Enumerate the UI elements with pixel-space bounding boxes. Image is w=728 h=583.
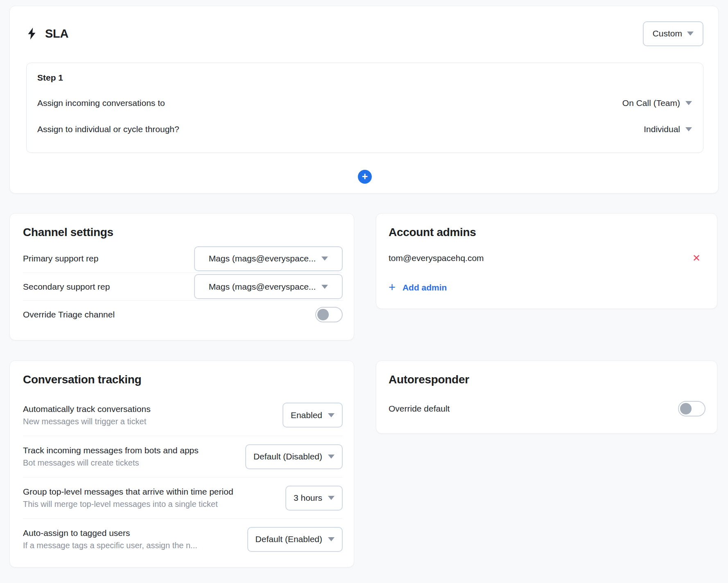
admin-email: tom@everyspacehq.com	[389, 253, 484, 263]
sla-preset-value: Custom	[653, 29, 682, 38]
account-admins-title: Account admins	[389, 226, 701, 239]
override-triage-toggle[interactable]	[315, 307, 343, 322]
assign-individual-row: Assign to individual or cycle through? I…	[37, 121, 692, 137]
admin-row: tom@everyspacehq.com ✕	[389, 250, 701, 267]
bot-messages-text: Track incoming messages from bots and ap…	[23, 446, 199, 468]
chevron-down-icon	[328, 537, 335, 541]
group-messages-description: This will merge top-level messages into …	[23, 500, 233, 509]
secondary-rep-value: Mags (mags@everyspace...	[209, 282, 316, 292]
assign-conversations-row: Assign incoming conversations to On Call…	[37, 95, 692, 111]
assign-conversations-dropdown[interactable]: On Call (Team)	[622, 98, 692, 108]
autoresponder-card: Autoresponder Override default	[376, 360, 717, 434]
add-admin-label: Add admin	[402, 283, 447, 293]
group-messages-label: Group top-level messages that arrive wit…	[23, 487, 233, 497]
auto-assign-text: Auto-assign to tagged users If a message…	[23, 528, 197, 550]
add-admin-button[interactable]: + Add admin	[389, 281, 447, 293]
sla-card: SLA Custom Step 1 Assign incoming conver…	[9, 6, 719, 194]
auto-track-description: New messages will trigger a ticket	[23, 417, 151, 426]
secondary-rep-row: Secondary support rep Mags (mags@everysp…	[23, 272, 343, 300]
bot-messages-description: Bot messages will create tickets	[23, 458, 199, 468]
chevron-down-icon	[328, 413, 335, 417]
auto-track-row: Automatically track conversations New me…	[23, 394, 343, 436]
bot-messages-value: Default (Disabled)	[253, 452, 322, 461]
add-step-wrap: +	[26, 170, 703, 184]
override-triage-label: Override Triage channel	[23, 310, 115, 320]
override-default-toggle[interactable]	[678, 401, 705, 416]
group-messages-text: Group top-level messages that arrive wit…	[23, 487, 233, 509]
group-messages-value: 3 hours	[294, 493, 322, 503]
primary-rep-label: Primary support rep	[23, 254, 98, 263]
chevron-down-icon	[328, 455, 335, 459]
sla-preset-dropdown[interactable]: Custom	[643, 21, 703, 46]
bot-messages-row: Track incoming messages from bots and ap…	[23, 436, 343, 477]
add-step-button[interactable]: +	[358, 170, 372, 184]
auto-assign-dropdown[interactable]: Default (Enabled)	[247, 527, 343, 552]
secondary-rep-dropdown[interactable]: Mags (mags@everyspace...	[194, 274, 343, 299]
chevron-down-icon	[685, 101, 692, 105]
account-admins-card: Account admins tom@everyspacehq.com ✕ + …	[376, 213, 717, 309]
auto-assign-label: Auto-assign to tagged users	[23, 528, 197, 538]
settings-grid: Channel settings Primary support rep Mag…	[9, 213, 719, 567]
chevron-down-icon	[321, 285, 328, 289]
auto-assign-description: If a message tags a specific user, assig…	[23, 541, 197, 550]
channel-settings-title: Channel settings	[23, 226, 343, 239]
plus-icon: +	[389, 281, 396, 293]
sla-card-title: SLA	[45, 27, 68, 41]
assign-individual-dropdown[interactable]: Individual	[644, 124, 692, 134]
channel-settings-card: Channel settings Primary support rep Mag…	[9, 213, 354, 340]
auto-track-label: Automatically track conversations	[23, 404, 151, 414]
sla-step-card: Step 1 Assign incoming conversations to …	[26, 63, 703, 153]
conversation-tracking-card: Conversation tracking Automatically trac…	[9, 360, 354, 567]
chevron-down-icon	[685, 127, 692, 131]
sla-header: SLA Custom	[26, 21, 703, 46]
settings-page: SLA Custom Step 1 Assign incoming conver…	[0, 0, 728, 567]
bot-messages-dropdown[interactable]: Default (Disabled)	[245, 444, 343, 469]
auto-track-text: Automatically track conversations New me…	[23, 404, 151, 426]
conversation-tracking-title: Conversation tracking	[23, 373, 343, 386]
override-default-label: Override default	[389, 404, 450, 414]
assign-conversations-value: On Call (Team)	[622, 98, 680, 108]
auto-track-value: Enabled	[291, 410, 322, 420]
primary-rep-row: Primary support rep Mags (mags@everyspac…	[23, 245, 343, 272]
toggle-knob	[680, 403, 692, 414]
override-triage-row: Override Triage channel	[23, 300, 343, 328]
autoresponder-title: Autoresponder	[389, 373, 705, 386]
toggle-knob	[317, 309, 329, 320]
group-messages-dropdown[interactable]: 3 hours	[285, 486, 343, 511]
override-default-row: Override default	[389, 394, 705, 423]
lightning-icon	[26, 27, 37, 40]
chevron-down-icon	[321, 257, 328, 261]
group-messages-row: Group top-level messages that arrive wit…	[23, 477, 343, 518]
chevron-down-icon	[687, 32, 694, 36]
auto-track-dropdown[interactable]: Enabled	[283, 403, 343, 428]
step-title: Step 1	[37, 73, 692, 83]
close-icon: ✕	[692, 252, 701, 263]
chevron-down-icon	[328, 496, 335, 500]
auto-assign-row: Auto-assign to tagged users If a message…	[23, 518, 343, 560]
auto-assign-value: Default (Enabled)	[255, 534, 322, 544]
primary-rep-dropdown[interactable]: Mags (mags@everyspace...	[194, 246, 343, 271]
secondary-rep-label: Secondary support rep	[23, 282, 110, 292]
remove-admin-button[interactable]: ✕	[692, 253, 701, 263]
assign-conversations-label: Assign incoming conversations to	[37, 98, 165, 108]
assign-individual-label: Assign to individual or cycle through?	[37, 124, 179, 134]
assign-individual-value: Individual	[644, 124, 680, 134]
primary-rep-value: Mags (mags@everyspace...	[209, 254, 316, 263]
sla-title-group: SLA	[26, 27, 68, 41]
bot-messages-label: Track incoming messages from bots and ap…	[23, 446, 199, 455]
